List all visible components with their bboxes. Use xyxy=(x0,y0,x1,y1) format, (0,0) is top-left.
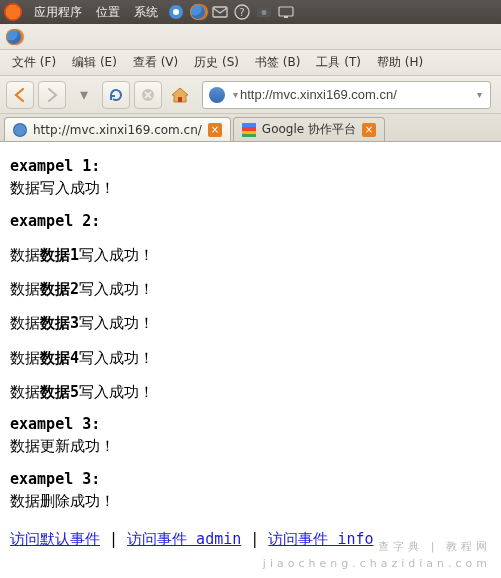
places-menu[interactable]: 位置 xyxy=(90,4,126,21)
svg-point-6 xyxy=(262,10,267,15)
mail-icon[interactable] xyxy=(211,3,229,21)
page-content: exampel 1: 数据写入成功！ exampel 2: 数据数据1写入成功！… xyxy=(0,142,501,557)
browser-menu-bar: 文件 (F) 编辑 (E) 查看 (V) 历史 (S) 书签 (B) 工具 (T… xyxy=(0,50,501,76)
url-input[interactable] xyxy=(240,87,475,102)
chat-icon[interactable] xyxy=(167,3,185,21)
site-identity-icon[interactable] xyxy=(209,87,225,103)
svg-point-1 xyxy=(173,9,179,15)
data-row: 数据数据4写入成功！ xyxy=(10,348,491,368)
tab-close-button[interactable]: × xyxy=(208,123,222,137)
monitor-icon[interactable] xyxy=(277,3,295,21)
menu-history[interactable]: 历史 (S) xyxy=(186,51,247,74)
menu-bookmarks[interactable]: 书签 (B) xyxy=(247,51,308,74)
dropdown-history-icon[interactable]: ▾ xyxy=(70,81,98,109)
menu-edit[interactable]: 编辑 (E) xyxy=(64,51,125,74)
menu-help[interactable]: 帮助 (H) xyxy=(369,51,431,74)
ubuntu-logo-icon[interactable] xyxy=(4,3,22,21)
tab-label: http://mvc.xinxi169.com.cn/ xyxy=(33,123,202,137)
favicon-google-icon xyxy=(242,123,256,137)
example-3-update-result: 数据更新成功！ xyxy=(10,436,491,456)
data-row: 数据数据5写入成功！ xyxy=(10,382,491,402)
menu-view[interactable]: 查看 (V) xyxy=(125,51,186,74)
example-1-heading: exampel 1: xyxy=(10,156,491,176)
window-title-bar xyxy=(0,24,501,50)
data-row: 数据数据2写入成功！ xyxy=(10,279,491,299)
tab-google-sites[interactable]: Google 协作平台 × xyxy=(233,117,385,141)
tab-current[interactable]: http://mvc.xinxi169.com.cn/ × xyxy=(4,117,231,141)
apps-menu[interactable]: 应用程序 xyxy=(28,4,88,21)
camera-icon[interactable] xyxy=(255,3,273,21)
site-dropdown-icon[interactable]: ▾ xyxy=(231,89,240,100)
data-row: 数据数据1写入成功！ xyxy=(10,245,491,265)
forward-button[interactable] xyxy=(38,81,66,109)
example-1-result: 数据写入成功！ xyxy=(10,178,491,198)
favicon-globe-icon xyxy=(13,123,27,137)
help-icon[interactable]: ? xyxy=(233,3,251,21)
menu-file[interactable]: 文件 (F) xyxy=(4,51,64,74)
watermark-text: 查字典 | 教程网 xyxy=(378,539,491,554)
link-default-event[interactable]: 访问默认事件 xyxy=(10,530,100,548)
example-3-heading: exampel 3: xyxy=(10,414,491,434)
tab-label: Google 协作平台 xyxy=(262,121,356,138)
menu-tools[interactable]: 工具 (T) xyxy=(308,51,369,74)
svg-text:?: ? xyxy=(239,7,244,18)
example-3b-heading: exampel 3: xyxy=(10,469,491,489)
os-top-bar: 应用程序 位置 系统 ? xyxy=(0,0,501,24)
data-row: 数据数据3写入成功！ xyxy=(10,313,491,333)
system-menu[interactable]: 系统 xyxy=(128,4,164,21)
tab-bar: http://mvc.xinxi169.com.cn/ × Google 协作平… xyxy=(0,114,501,142)
back-button[interactable] xyxy=(6,81,34,109)
firefox-launcher-icon[interactable] xyxy=(189,3,207,21)
url-dropdown-icon[interactable]: ▾ xyxy=(475,89,484,100)
example-2-heading: exampel 2: xyxy=(10,211,491,231)
svg-rect-8 xyxy=(284,16,288,18)
link-info-event[interactable]: 访问事件 info xyxy=(268,530,373,548)
example-3-delete-result: 数据删除成功！ xyxy=(10,491,491,511)
reload-button[interactable] xyxy=(102,81,130,109)
link-admin-event[interactable]: 访问事件 admin xyxy=(127,530,241,548)
svg-rect-10 xyxy=(178,97,182,102)
url-bar[interactable]: ▾ ▾ xyxy=(202,81,491,109)
nav-toolbar: ▾ ▾ ▾ xyxy=(0,76,501,114)
svg-rect-7 xyxy=(279,7,293,16)
svg-rect-2 xyxy=(213,7,227,17)
tab-close-button[interactable]: × xyxy=(362,123,376,137)
stop-button[interactable] xyxy=(134,81,162,109)
firefox-icon xyxy=(6,29,22,45)
watermark-url: jiaocheng.chazidian.com xyxy=(263,557,491,570)
home-button[interactable] xyxy=(166,81,194,109)
